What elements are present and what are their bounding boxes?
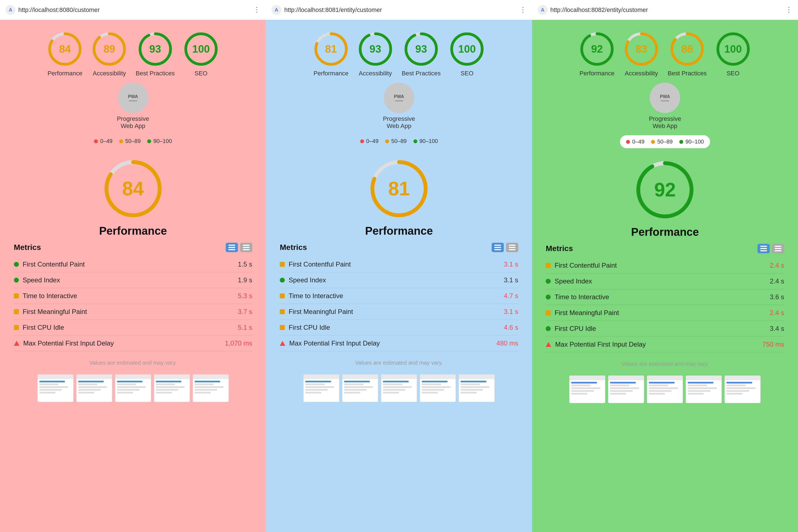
thumbnail-4 bbox=[459, 374, 495, 402]
metrics-detail-view-btn[interactable] bbox=[240, 243, 252, 252]
gauge-2: 86 bbox=[669, 31, 705, 67]
metric-indicator-1 bbox=[280, 278, 285, 283]
thumbnail-row bbox=[303, 374, 495, 402]
thumb-line bbox=[117, 389, 140, 391]
score-metric-3: 100SEO bbox=[183, 31, 219, 77]
svg-rect-48 bbox=[760, 246, 767, 247]
thumb-line bbox=[422, 392, 438, 394]
metric-row-4: First CPU Idle 3.4 s bbox=[546, 321, 784, 337]
thumb-line bbox=[305, 386, 334, 388]
gauge-value-1: 93 bbox=[370, 43, 381, 55]
thumb-line bbox=[78, 386, 107, 388]
metric-indicator-3 bbox=[546, 310, 551, 315]
metric-name-2: Time to Interactive bbox=[289, 292, 343, 300]
svg-rect-31 bbox=[495, 247, 501, 248]
big-gauge: 84 bbox=[103, 158, 164, 219]
metric-row-2: Time to Interactive 3.6 s bbox=[546, 289, 784, 305]
thumbnail-4 bbox=[725, 376, 761, 403]
legend-dot-0 bbox=[626, 140, 630, 144]
thumb-content bbox=[76, 379, 112, 402]
legend-range-0: 0–49 bbox=[366, 138, 379, 144]
gauge-value-3: 100 bbox=[458, 43, 476, 55]
gauge-value-3: 100 bbox=[724, 43, 742, 55]
big-perf-label: Performance bbox=[631, 226, 699, 238]
panel-content: 84Performance 89Accessibility 93Best Pra… bbox=[0, 20, 266, 532]
metric-row-left-1: Speed Index bbox=[546, 277, 592, 285]
thumb-line bbox=[688, 387, 717, 389]
thumb-line bbox=[726, 382, 752, 383]
thumb-top bbox=[115, 375, 151, 379]
pwa-circle: PWA bbox=[384, 82, 414, 113]
thumb-line bbox=[39, 386, 68, 388]
metrics-view-toggle bbox=[491, 243, 518, 252]
thumb-content bbox=[420, 379, 456, 402]
metrics-table: Metrics First Contentful Paint 1.5 s Spe… bbox=[14, 243, 252, 352]
browser-menu-icon[interactable]: ⋮ bbox=[519, 5, 526, 14]
legend-item-0: 0–49 bbox=[94, 138, 113, 144]
gauge-0: 92 bbox=[579, 31, 615, 67]
metrics-list-view-btn[interactable] bbox=[491, 243, 504, 252]
thumb-line bbox=[571, 387, 600, 389]
gauge-value-2: 86 bbox=[681, 43, 693, 55]
thumb-line bbox=[194, 386, 223, 388]
big-gauge: 92 bbox=[634, 159, 695, 220]
thumb-line bbox=[688, 390, 710, 392]
thumb-line bbox=[610, 393, 626, 395]
pwa-section: PWA ProgressiveWeb App bbox=[383, 82, 415, 130]
legend-range-1: 50–89 bbox=[657, 138, 673, 145]
svg-rect-51 bbox=[775, 246, 781, 247]
thumb-line bbox=[461, 386, 489, 388]
panel-content: 81Performance 93Accessibility 93Best Pra… bbox=[266, 20, 532, 532]
thumb-top bbox=[303, 375, 339, 379]
metric-name-0: First Contentful Paint bbox=[555, 262, 617, 269]
thumb-content bbox=[115, 379, 151, 402]
metric-row-left-1: Speed Index bbox=[280, 276, 326, 284]
thumbnail-1 bbox=[76, 374, 112, 402]
gauge-3: 100 bbox=[183, 31, 219, 67]
browser-menu-icon[interactable]: ⋮ bbox=[785, 5, 793, 14]
thumb-line bbox=[305, 392, 321, 394]
browser-icon: A bbox=[538, 5, 548, 15]
thumbnail-2 bbox=[647, 376, 683, 403]
thumbnail-1 bbox=[608, 376, 644, 403]
metric-value-1: 2.4 s bbox=[770, 277, 784, 285]
legend-item-0: 0–49 bbox=[626, 138, 645, 145]
metric-indicator-4 bbox=[14, 325, 19, 330]
thumb-line bbox=[344, 381, 370, 382]
browser-bar: A http://localhost:8082/entity/customer … bbox=[532, 0, 798, 20]
metric-name-4: First CPU Idle bbox=[23, 324, 64, 331]
thumb-top bbox=[686, 376, 722, 380]
metric-value-2: 3.6 s bbox=[770, 293, 784, 301]
metrics-detail-view-btn[interactable] bbox=[506, 243, 518, 252]
legend-dot-2 bbox=[147, 139, 151, 143]
gauge-1: 93 bbox=[357, 31, 393, 67]
pwa-section: PWA ProgressiveWeb App bbox=[649, 82, 681, 130]
thumbnail-3 bbox=[154, 374, 190, 402]
score-metric-label-3: SEO bbox=[726, 70, 739, 77]
metrics-list-view-btn[interactable] bbox=[758, 244, 770, 253]
metrics-list-view-btn[interactable] bbox=[226, 243, 238, 252]
score-metrics-row: 92Performance 83Accessibility 86Best Pra… bbox=[579, 31, 751, 77]
metric-row-left-4: First CPU Idle bbox=[280, 324, 330, 331]
thumbnail-3 bbox=[686, 376, 722, 403]
metric-indicator-0 bbox=[280, 262, 285, 267]
browser-menu-icon[interactable]: ⋮ bbox=[253, 5, 260, 14]
metrics-view-toggle bbox=[758, 244, 784, 253]
legend-range-1: 50–89 bbox=[125, 138, 141, 144]
metric-name-0: First Contentful Paint bbox=[289, 261, 351, 268]
metric-row-left-5: Max Potential First Input Delay bbox=[280, 339, 380, 347]
legend-range-2: 90–100 bbox=[685, 138, 704, 145]
score-metric-label-2: Best Practices bbox=[402, 70, 441, 77]
thumb-line bbox=[422, 386, 450, 388]
pwa-label-text: PWA bbox=[394, 94, 404, 99]
legend-range-0: 0–49 bbox=[100, 138, 113, 144]
thumb-line bbox=[649, 387, 678, 389]
thumb-line bbox=[156, 381, 182, 382]
svg-rect-16 bbox=[243, 247, 249, 248]
metrics-detail-view-btn[interactable] bbox=[772, 244, 784, 253]
thumb-line bbox=[726, 385, 746, 386]
legend-dot-1 bbox=[385, 139, 389, 143]
legend-item-1: 50–89 bbox=[385, 138, 407, 144]
metric-name-0: First Contentful Paint bbox=[23, 261, 85, 268]
thumb-content bbox=[381, 379, 417, 402]
